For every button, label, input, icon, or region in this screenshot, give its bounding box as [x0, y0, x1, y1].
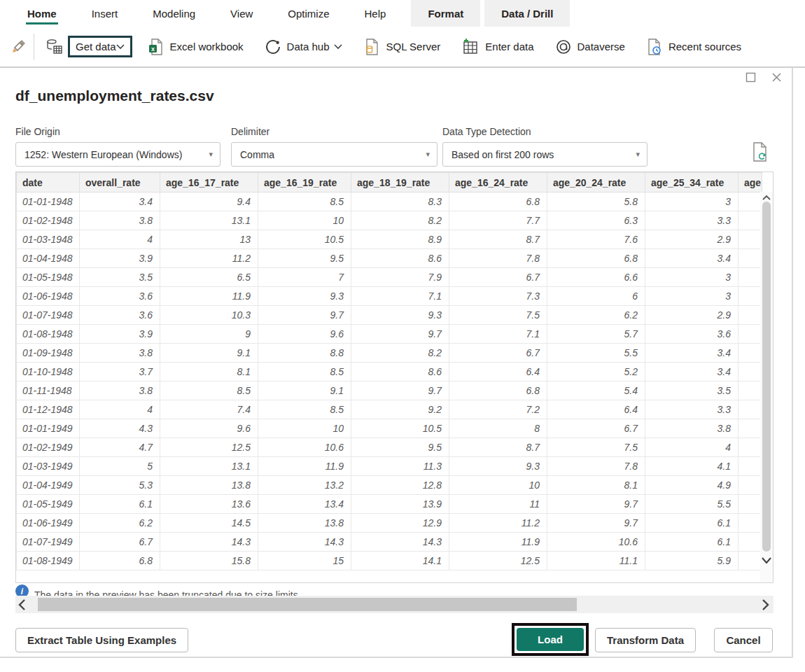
file-origin-dropdown[interactable]: 1252: Western European (Windows) ▾	[15, 142, 220, 167]
tab-help[interactable]: Help	[355, 0, 396, 27]
maximize-icon[interactable]	[746, 72, 756, 83]
table-row: 01-01-19483.49.48.58.36.85.83	[17, 192, 762, 211]
value-cell: 5.5	[547, 344, 645, 363]
vertical-scroll-thumb[interactable]	[762, 202, 771, 552]
table-row: 01-06-19496.214.513.812.911.29.76.1	[17, 514, 762, 533]
value-cell: 14.3	[160, 533, 258, 552]
load-annotation-box: Load	[512, 623, 589, 656]
tab-optimize[interactable]: Optimize	[278, 0, 339, 27]
value-cell: 8.1	[160, 363, 258, 382]
date-cell: 01-10-1948	[17, 363, 80, 382]
date-cell: 01-06-1949	[17, 514, 80, 533]
value-cell: 6.1	[645, 533, 738, 552]
data-type-detection-dropdown[interactable]: Based on first 200 rows ▾	[442, 142, 648, 167]
value-cell: 3.9	[80, 249, 160, 268]
tab-view[interactable]: View	[220, 0, 262, 27]
data-hub-button[interactable]: Data hub	[265, 38, 343, 55]
svg-text:x: x	[151, 46, 155, 52]
data-hub-label: Data hub	[287, 41, 330, 52]
date-cell: 01-08-1948	[17, 325, 80, 344]
tab-data-drill[interactable]: Data / Drill	[484, 0, 570, 27]
horizontal-scroll-thumb[interactable]	[38, 598, 577, 611]
value-cell: 11.2	[449, 514, 547, 533]
value-cell: 10	[258, 419, 351, 438]
value-cell: 9.6	[160, 419, 258, 438]
value-cell: 4.3	[80, 419, 160, 438]
value-cell: 8.3	[351, 192, 449, 211]
date-cell: 01-03-1949	[17, 457, 80, 476]
tab-home[interactable]: Home	[18, 0, 66, 27]
value-cell: 3.4	[80, 192, 160, 211]
value-cell: 6.6	[547, 268, 645, 287]
value-cell: 5.5	[645, 495, 738, 514]
dropdown-caret-icon: ▾	[426, 150, 430, 159]
value-cell: 10.6	[258, 438, 351, 457]
scroll-up-icon[interactable]	[762, 195, 771, 200]
value-cell: 6.7	[80, 533, 160, 552]
dataverse-button[interactable]: Dataverse	[555, 38, 625, 55]
value-cell: 6.8	[449, 192, 547, 211]
header-row: dateoverall_rateage_16_17_rateage_16_19_…	[17, 173, 762, 192]
load-button[interactable]: Load	[517, 628, 584, 651]
table-row: 01-05-19496.113.613.413.9119.75.5	[17, 495, 762, 514]
horizontal-scrollbar[interactable]	[15, 596, 774, 613]
delimiter-field: Delimiter Comma ▾	[231, 126, 438, 167]
enter-data-button[interactable]: Enter data	[461, 38, 533, 56]
value-cell: 11.3	[351, 457, 449, 476]
value-cell: 13.9	[351, 495, 449, 514]
excel-workbook-button[interactable]: x Excel workbook	[148, 38, 244, 56]
value-cell: 10	[449, 476, 547, 495]
table-row: 01-09-19483.89.18.88.26.75.53.4	[17, 344, 762, 363]
recent-sources-button[interactable]: Recent sources	[646, 38, 741, 56]
enter-data-icon	[461, 38, 479, 56]
value-cell: 5.2	[547, 363, 645, 382]
value-cell	[738, 382, 762, 400]
date-cell: 01-01-1949	[17, 419, 80, 438]
value-cell	[738, 325, 762, 344]
cancel-button[interactable]: Cancel	[714, 628, 773, 652]
delimiter-dropdown[interactable]: Comma ▾	[231, 142, 438, 167]
value-cell: 6.2	[547, 306, 645, 325]
vertical-scrollbar[interactable]	[760, 192, 773, 583]
value-cell: 14.3	[258, 533, 351, 552]
value-cell: 3.6	[80, 287, 160, 306]
value-cell: 11.2	[160, 249, 258, 268]
value-cell: 8	[449, 419, 547, 438]
value-cell	[738, 552, 762, 570]
value-cell: 5	[80, 457, 160, 476]
value-cell	[738, 306, 762, 325]
value-cell: 6.4	[449, 363, 547, 382]
extract-table-button[interactable]: Extract Table Using Examples	[15, 628, 188, 652]
file-origin-value: 1252: Western European (Windows)	[24, 149, 182, 160]
tab-format[interactable]: Format	[411, 0, 480, 27]
value-cell	[738, 211, 762, 230]
value-cell: 6.1	[645, 514, 738, 533]
column-header: age_16_24_rate	[449, 173, 547, 192]
get-data-label: Get data	[76, 41, 116, 52]
refresh-preview-icon[interactable]	[750, 141, 769, 162]
scroll-right-icon[interactable]	[761, 598, 771, 611]
transform-data-button[interactable]: Transform Data	[595, 628, 696, 652]
value-cell	[738, 363, 762, 382]
sql-server-button[interactable]: SQL Server	[363, 38, 440, 56]
table-row: 01-07-19483.610.39.79.37.56.22.9	[17, 306, 762, 325]
value-cell: 3.3	[645, 400, 738, 419]
excel-workbook-icon: x	[148, 38, 164, 56]
value-cell: 14.1	[351, 552, 449, 570]
tab-modeling[interactable]: Modeling	[143, 0, 205, 27]
tab-insert[interactable]: Insert	[82, 0, 128, 27]
table-row: 01-05-19483.56.577.96.76.63	[17, 268, 762, 287]
value-cell: 10.3	[160, 306, 258, 325]
file-origin-field: File Origin 1252: Western European (Wind…	[15, 126, 220, 167]
get-data-icon	[46, 38, 64, 56]
scroll-left-icon[interactable]	[17, 598, 27, 611]
scroll-down-icon[interactable]	[762, 557, 771, 564]
close-icon[interactable]	[771, 72, 782, 83]
format-painter-icon[interactable]	[10, 38, 27, 55]
date-cell: 01-05-1948	[17, 268, 80, 287]
value-cell: 13.2	[258, 476, 351, 495]
value-cell: 11	[449, 495, 547, 514]
value-cell: 3.4	[645, 363, 738, 382]
value-cell	[738, 249, 762, 268]
get-data-button[interactable]: Get data	[68, 36, 132, 57]
